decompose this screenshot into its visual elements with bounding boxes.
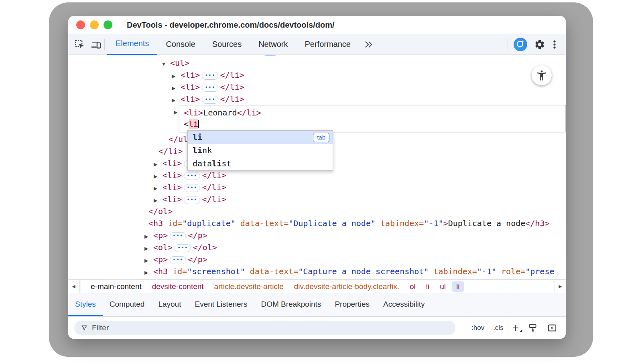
- toolbar-divider-right: [508, 39, 508, 50]
- expand-ellipsis-button[interactable]: •••: [175, 244, 191, 252]
- accessibility-overlay-button[interactable]: [532, 65, 552, 85]
- disclosure-arrow-icon[interactable]: ▶: [174, 106, 179, 118]
- device-toolbar-icon[interactable]: [90, 38, 102, 51]
- disclosure-arrow-icon[interactable]: ▼: [161, 58, 170, 69]
- code-token: </li>: [237, 108, 261, 117]
- inspect-element-icon[interactable]: [74, 38, 86, 51]
- dom-tree-row[interactable]: ▶<li>•••</li>: [68, 69, 566, 81]
- breadcrumb-scroll-left-icon[interactable]: ◀: [68, 280, 79, 293]
- settings-gear-icon[interactable]: [534, 38, 546, 51]
- disclosure-arrow-icon[interactable]: ▶: [237, 55, 246, 57]
- window-title: DevTools - developer.chrome.com/docs/dev…: [127, 20, 335, 30]
- autocomplete-item[interactable]: litab: [188, 131, 333, 144]
- expand-ellipsis-button[interactable]: •••: [184, 184, 200, 192]
- breadcrumb-scroll-right-icon[interactable]: ▶: [555, 280, 566, 293]
- code-token: "screenshot": [187, 267, 245, 276]
- tab-console[interactable]: Console: [157, 34, 203, 55]
- dom-tree-row[interactable]: ▶<li>•••</li>: [68, 93, 566, 105]
- disclosure-arrow-icon[interactable]: ▶: [172, 70, 181, 81]
- pane-tab-event-listeners[interactable]: Event Listeners: [188, 293, 254, 316]
- disclosure-arrow-icon[interactable]: ▶: [154, 170, 163, 181]
- dom-tree-row[interactable]: </ol>: [68, 205, 566, 217]
- breadcrumb-item[interactable]: e-main-content: [91, 282, 142, 291]
- pane-tab-layout[interactable]: Layout: [151, 293, 188, 316]
- expand-ellipsis-button[interactable]: •••: [202, 72, 218, 80]
- breadcrumb-item[interactable]: div.devsite-article-body.clearfix.: [294, 282, 399, 291]
- expand-ellipsis-button[interactable]: •••: [184, 172, 200, 180]
- filter-input[interactable]: [92, 324, 455, 332]
- toggle-element-state-button[interactable]: :hov: [471, 324, 484, 332]
- close-window-button[interactable]: [76, 20, 85, 29]
- tab-sources[interactable]: Sources: [204, 34, 250, 55]
- disclosure-arrow-icon[interactable]: ▶: [144, 243, 153, 253]
- expand-ellipsis-button[interactable]: •••: [170, 232, 186, 240]
- code-token: [245, 267, 250, 276]
- devtools-toolbar: ElementsConsoleSourcesNetworkPerformance: [68, 34, 566, 55]
- breadcrumb-item[interactable]: li: [426, 282, 429, 291]
- code-token: </li>: [220, 82, 244, 92]
- devtools-window: DevTools - developer.chrome.com/docs/dev…: [68, 16, 566, 339]
- rendering-brush-icon[interactable]: [528, 323, 538, 333]
- dom-tree-row[interactable]: ▶<p>•••</p>: [68, 229, 566, 241]
- disclosure-arrow-icon[interactable]: ▶: [144, 267, 153, 277]
- dom-tree-row[interactable]: <h3 id="duplicate" data-text="Duplicate …: [68, 217, 566, 229]
- expand-ellipsis-button[interactable]: •••: [202, 96, 218, 104]
- pane-tab-styles[interactable]: Styles: [68, 293, 103, 316]
- expand-ellipsis-button[interactable]: •••: [170, 256, 186, 264]
- pane-tab-properties[interactable]: Properties: [328, 293, 376, 316]
- autocomplete-item[interactable]: link: [188, 144, 333, 157]
- sidebar-pane-tabs: StylesComputedLayoutEvent ListenersDOM B…: [68, 293, 566, 317]
- breadcrumb-item[interactable]: li: [452, 281, 463, 292]
- elements-dom-tree-panel: ▶<p>•••</p>▼<ul>▶<li>•••</li>▶<li>•••</l…: [68, 55, 566, 279]
- filter-field[interactable]: [74, 321, 455, 335]
- more-options-kebab-icon[interactable]: [549, 39, 560, 50]
- new-style-rule-button[interactable]: +: [512, 324, 519, 332]
- dom-tree-row[interactable]: ▶<p>•••</p>: [68, 253, 566, 265]
- code-token: Duplicate a node: [448, 218, 526, 228]
- dom-edit-row[interactable]: ▶<li>Leonard</li><li: [68, 105, 566, 133]
- dock-sidebar-icon[interactable]: [547, 323, 557, 333]
- breadcrumb-item[interactable]: article.devsite-article: [214, 282, 284, 291]
- disclosure-arrow-icon[interactable]: ▶: [154, 194, 163, 205]
- disclosure-arrow-icon[interactable]: ▶: [144, 255, 153, 265]
- pane-tab-computed[interactable]: Computed: [103, 293, 152, 316]
- tab-performance[interactable]: Performance: [297, 34, 360, 55]
- code-token: <ol>: [153, 243, 173, 252]
- title-bar: DevTools - developer.chrome.com/docs/dev…: [68, 16, 566, 34]
- disclosure-arrow-icon[interactable]: ▶: [144, 231, 153, 241]
- dom-tree-row[interactable]: ▶<h3 id="screenshot" data-text="Capture …: [68, 265, 566, 277]
- disclosure-arrow-icon[interactable]: ▶: [172, 94, 181, 105]
- more-tabs-icon[interactable]: [363, 39, 374, 50]
- zoom-window-button[interactable]: [104, 20, 112, 29]
- breadcrumb-item[interactable]: devsite-content: [152, 282, 204, 291]
- dom-edit-box[interactable]: <li>Leonard</li><li: [179, 105, 566, 132]
- code-token: <li>: [184, 108, 203, 117]
- dom-tree-row[interactable]: ▶<li>•••</li>: [68, 81, 566, 93]
- breadcrumb-item[interactable]: ol: [410, 282, 416, 291]
- disclosure-arrow-icon[interactable]: ▶: [154, 158, 163, 169]
- code-token: <li>: [163, 170, 182, 180]
- breadcrumb-item[interactable]: ul: [440, 282, 446, 291]
- pane-tab-accessibility[interactable]: Accessibility: [376, 293, 431, 316]
- expand-ellipsis-button[interactable]: •••: [202, 84, 218, 92]
- code-token: <ul>: [170, 58, 189, 68]
- dom-tree-row[interactable]: ▶<li>•••</li>: [68, 181, 566, 193]
- expand-ellipsis-button[interactable]: •••: [262, 55, 278, 56]
- ai-assistant-icon[interactable]: [514, 38, 527, 51]
- tab-elements[interactable]: Elements: [107, 34, 157, 55]
- code-token: "duplicate": [182, 218, 235, 228]
- dom-tree-row[interactable]: ▶<li>•••</li>: [68, 193, 566, 205]
- minimize-window-button[interactable]: [90, 20, 99, 29]
- disclosure-arrow-icon[interactable]: ▶: [172, 82, 181, 93]
- element-classes-button[interactable]: .cls: [493, 324, 504, 332]
- dom-tree-row[interactable]: ▶<ol>•••</ol>: [68, 241, 566, 253]
- expand-ellipsis-button[interactable]: •••: [184, 196, 200, 204]
- code-token: "prese: [525, 267, 554, 276]
- disclosure-arrow-icon[interactable]: ▶: [154, 182, 163, 193]
- dom-tree-row[interactable]: ▼<ul>: [68, 57, 566, 69]
- autocomplete-item[interactable]: datalist: [188, 157, 333, 170]
- tab-network[interactable]: Network: [250, 34, 296, 55]
- pane-tab-dom-breakpoints[interactable]: DOM Breakpoints: [254, 293, 328, 316]
- dom-tree-row[interactable]: ▶<li>•••</li>: [68, 169, 566, 181]
- code-token: </ol>: [148, 206, 173, 216]
